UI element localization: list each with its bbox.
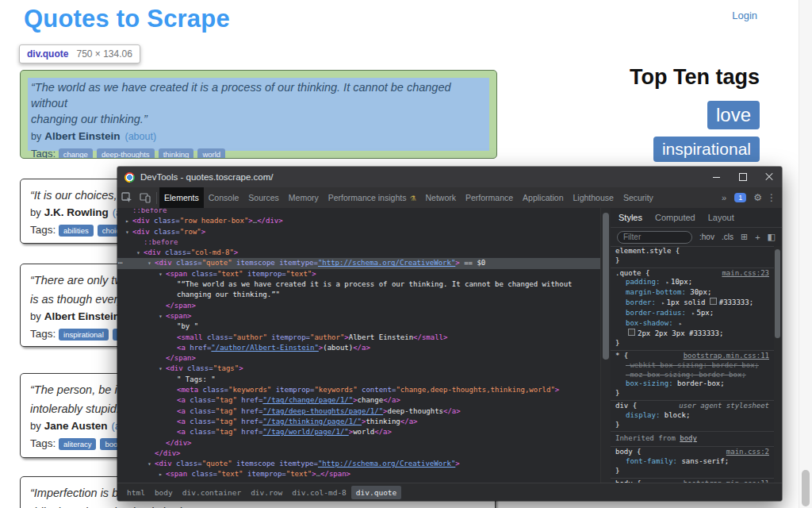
- inherited-body-link[interactable]: body: [680, 434, 697, 442]
- shorthand-expand-icon[interactable]: ▸: [666, 279, 669, 286]
- shorthand-expand-icon[interactable]: ▸: [661, 300, 665, 306]
- color-swatch[interactable]: [628, 329, 635, 336]
- collapse-arrow-icon[interactable]: ▾: [159, 364, 166, 374]
- stylesheet-link[interactable]: bootstrap.min.css:11: [684, 352, 769, 361]
- close-button[interactable]: [756, 167, 782, 187]
- dom-tree-row[interactable]: "by ": [117, 321, 600, 332]
- dom-tree-row[interactable]: <a class="tag" href="/tag/thinking/page/…: [117, 417, 600, 427]
- breadcrumb-item-div-row[interactable]: div.row: [246, 486, 287, 499]
- devtools-tab-performance-insights[interactable]: Performance insights⚗: [324, 187, 421, 208]
- dom-tree-row[interactable]: changing our thinking.”": [117, 290, 600, 300]
- devtools-tab-performance[interactable]: Performance: [461, 187, 518, 208]
- dom-tree-row[interactable]: " Tags: ": [117, 375, 600, 385]
- dom-tree-row[interactable]: ::before: [117, 237, 600, 248]
- dom-tree-row[interactable]: </div>: [117, 438, 600, 448]
- tag-pill[interactable]: inspirational: [59, 329, 109, 341]
- expand-arrow-icon[interactable]: ▸: [159, 469, 166, 479]
- rule-selector[interactable]: div {: [615, 402, 637, 411]
- site-title[interactable]: Quotes to Scrape: [24, 5, 230, 33]
- dom-tree-row[interactable]: ▾<div class="col-md-8">: [117, 248, 600, 258]
- css-property[interactable]: padding: ▸10px;: [615, 278, 769, 288]
- css-property[interactable]: display: block;: [615, 411, 769, 421]
- css-property[interactable]: margin-bottom: 30px;: [615, 288, 769, 298]
- css-property[interactable]: border: ▸1px solid #333333;: [615, 298, 769, 309]
- tag-pill[interactable]: change: [59, 148, 93, 159]
- login-link[interactable]: Login: [732, 10, 757, 21]
- dom-tree-row[interactable]: </div>: [117, 448, 600, 459]
- dom-tree-row[interactable]: </span>: [117, 301, 600, 311]
- elements-scrollbar[interactable]: [600, 208, 611, 483]
- devtools-tab-lighthouse[interactable]: Lighthouse: [568, 187, 618, 208]
- dom-tree-row[interactable]: <a class="tag" href="/tag/change/page/1/…: [117, 395, 600, 406]
- shorthand-expand-icon[interactable]: ▸: [691, 310, 695, 317]
- devtools-tab-network[interactable]: Network: [420, 187, 461, 208]
- settings-gear-icon[interactable]: ⚙: [753, 192, 762, 203]
- dom-tree-row[interactable]: ▾<div class="row">: [117, 227, 600, 237]
- dom-tree-row[interactable]: ▾<div class="quote" itemscope itemtype="…: [117, 459, 600, 469]
- collapse-arrow-icon[interactable]: ▾: [125, 227, 132, 237]
- minimize-button[interactable]: [703, 167, 730, 187]
- rule-selector[interactable]: element.style {: [615, 247, 680, 256]
- dom-tree-row[interactable]: ▾<div class="tags">: [117, 364, 600, 374]
- top-tag-chip[interactable]: love: [707, 101, 760, 129]
- devtools-tab-elements[interactable]: Elements: [159, 187, 204, 208]
- breadcrumb-item-html[interactable]: html: [122, 486, 150, 499]
- collapse-arrow-icon[interactable]: ▾: [147, 459, 155, 469]
- breadcrumb-item-div-container[interactable]: div.container: [178, 486, 246, 499]
- issues-badge[interactable]: 1: [734, 193, 746, 202]
- shorthand-expand-icon[interactable]: ▸: [679, 321, 682, 327]
- collapse-arrow-icon[interactable]: ▾: [159, 269, 166, 279]
- dom-tree-row[interactable]: ::before: [117, 208, 600, 216]
- sidebar-panel-icon[interactable]: ◧: [768, 232, 776, 242]
- device-toolbar-icon[interactable]: [136, 192, 154, 203]
- grid-icon[interactable]: ⊞: [741, 232, 748, 242]
- breadcrumb-item-body[interactable]: body: [150, 486, 178, 499]
- rule-selector[interactable]: * {: [615, 352, 628, 361]
- devtools-tab-application[interactable]: Application: [518, 187, 568, 208]
- rule-selector[interactable]: body {: [615, 448, 642, 457]
- dom-tree-row[interactable]: ▸<div class="row header-box">…</div>: [117, 216, 600, 226]
- dom-tree-row[interactable]: <a class="tag" href="/tag/deep-thoughts/…: [117, 406, 600, 417]
- page-scrollbar[interactable]: [799, 0, 812, 508]
- devtools-tab-security[interactable]: Security: [619, 187, 658, 208]
- dom-tree-row[interactable]: <small class="author" itemprop="author">…: [117, 333, 600, 343]
- css-property[interactable]: -webkit-box-sizing: border-box;: [615, 361, 769, 371]
- menu-kebab-icon[interactable]: ⋮: [767, 192, 776, 203]
- tag-pill[interactable]: thinking: [159, 148, 194, 159]
- dom-tree-row[interactable]: <a href="/author/Albert-Einstein">(about…: [117, 343, 600, 353]
- css-property[interactable]: -moz-box-sizing: border-box;: [615, 371, 769, 380]
- breadcrumb-item-div-quote[interactable]: div.quote: [351, 486, 401, 499]
- about-link[interactable]: (about): [124, 131, 156, 142]
- node-menu-dots-icon[interactable]: ⋯: [118, 258, 121, 268]
- css-property[interactable]: border-radius: ▸5px;: [615, 309, 769, 319]
- styles-filter-input[interactable]: Filter: [617, 231, 692, 244]
- stylesheet-link[interactable]: main.css:2: [726, 448, 769, 457]
- stylesheet-link[interactable]: user agent stylesheet: [679, 402, 769, 411]
- css-property[interactable]: box-shadow: ▸2px 2px 3px #333333;: [615, 319, 769, 340]
- expand-arrow-icon[interactable]: ▸: [125, 216, 132, 226]
- stylesheet-link[interactable]: main.css:23: [722, 269, 769, 279]
- styles-tab-layout[interactable]: Layout: [708, 213, 734, 222]
- collapse-arrow-icon[interactable]: ▾: [147, 258, 155, 268]
- breadcrumb-item-div-col-md-8[interactable]: div.col-md-8: [287, 486, 351, 499]
- dom-tree-row[interactable]: ▸<span class="text" itemprop="text">…</s…: [117, 469, 600, 479]
- tag-pill[interactable]: deep-thoughts: [97, 148, 155, 159]
- rule-selector[interactable]: .quote {: [615, 269, 649, 279]
- devtools-tab-sources[interactable]: Sources: [243, 187, 284, 208]
- dom-tree-row[interactable]: <a class="tag" href="/tag/world/page/1/"…: [117, 427, 600, 437]
- inspect-element-icon[interactable]: [117, 192, 136, 203]
- styles-tab-styles[interactable]: Styles: [619, 213, 642, 222]
- css-property[interactable]: box-sizing: border-box;: [615, 379, 769, 389]
- styles-scrollbar[interactable]: [774, 246, 782, 483]
- devtools-tab-console[interactable]: Console: [204, 187, 244, 208]
- dom-tree-row[interactable]: </span>: [117, 353, 600, 364]
- dom-tree-row-selected[interactable]: ⋯▾<div class="quote" itemscope itemtype=…: [117, 258, 600, 268]
- devtools-titlebar[interactable]: DevTools - quotes.toscrape.com/: [117, 167, 782, 187]
- css-property[interactable]: font-family: sans-serif;: [615, 457, 769, 467]
- hov-toggle[interactable]: :hov: [699, 233, 714, 241]
- dom-tree-row[interactable]: ▾<span>: [117, 311, 600, 321]
- more-tabs-icon[interactable]: »: [718, 193, 730, 202]
- tag-pill[interactable]: abilities: [59, 225, 94, 237]
- styles-scrollbar-thumb[interactable]: [775, 249, 780, 338]
- collapse-arrow-icon[interactable]: ▾: [159, 311, 166, 321]
